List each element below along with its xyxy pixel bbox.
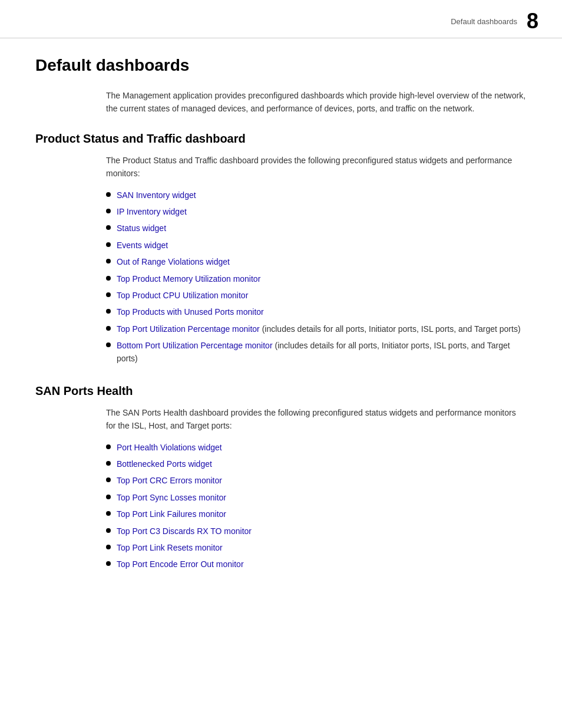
product-status-list: SAN Inventory widget IP Inventory widget… (106, 189, 527, 365)
san-ports-health-list: Port Health Violations widget Bottleneck… (106, 441, 527, 571)
events-widget-link[interactable]: Events widget (117, 241, 168, 250)
list-item: IP Inventory widget (106, 205, 527, 218)
section-title-product-status: Product Status and Traffic dashboard (35, 132, 527, 146)
port-health-violations-link[interactable]: Port Health Violations widget (117, 443, 222, 452)
bullet-dot (106, 444, 111, 449)
bullet-dot (106, 192, 111, 197)
list-item: Top Port Utilization Percentage monitor … (106, 322, 527, 335)
bullet-dot (106, 225, 111, 230)
bullet-dot (106, 461, 111, 466)
top-port-link-failures-link[interactable]: Top Port Link Failures monitor (117, 509, 226, 519)
list-item: Out of Range Violations widget (106, 255, 527, 268)
intro-text: The Management application provides prec… (106, 89, 527, 116)
page-title: Default dashboards (35, 56, 527, 75)
bullet-dot (106, 209, 111, 213)
bullet-dot (106, 242, 111, 247)
bullet-dot (106, 292, 111, 297)
top-port-c3-discards-link[interactable]: Top Port C3 Discards RX TO monitor (117, 526, 252, 536)
top-port-crc-errors-link[interactable]: Top Port CRC Errors monitor (117, 476, 222, 485)
list-item: Top Product CPU Utilization monitor (106, 289, 527, 302)
list-item: Status widget (106, 222, 527, 235)
section-product-status: Product Status and Traffic dashboard The… (106, 132, 527, 365)
list-item: SAN Inventory widget (106, 189, 527, 202)
list-item: Top Port C3 Discards RX TO monitor (106, 525, 527, 538)
bullet-dot (106, 276, 111, 281)
page-header: Default dashboards 8 (0, 0, 562, 38)
bullet-dot (106, 561, 111, 566)
section-description-product-status: The Product Status and Traffic dashboard… (106, 154, 527, 180)
top-port-link-resets-link[interactable]: Top Port Link Resets monitor (117, 543, 223, 552)
list-item: Events widget (106, 239, 527, 252)
top-product-cpu-link[interactable]: Top Product CPU Utilization monitor (117, 291, 248, 300)
list-item: Top Port Link Failures monitor (106, 508, 527, 521)
ip-inventory-widget-link[interactable]: IP Inventory widget (117, 207, 187, 216)
section-title-san-ports-health: SAN Ports Health (35, 384, 527, 398)
section-san-ports-health: SAN Ports Health The SAN Ports Health da… (106, 384, 527, 571)
list-item: Top Product Memory Utilization monitor (106, 272, 527, 285)
top-port-encode-error-link[interactable]: Top Port Encode Error Out monitor (117, 559, 244, 569)
top-port-sync-losses-link[interactable]: Top Port Sync Losses monitor (117, 493, 226, 502)
bullet-dot (106, 477, 111, 482)
san-inventory-widget-link[interactable]: SAN Inventory widget (117, 190, 196, 200)
list-item: Top Port Link Resets monitor (106, 541, 527, 554)
bullet-dot (106, 326, 111, 331)
list-item: Top Port Sync Losses monitor (106, 491, 527, 504)
list-item: Top Port CRC Errors monitor (106, 474, 527, 487)
top-product-memory-link[interactable]: Top Product Memory Utilization monitor (117, 274, 260, 284)
page-container: Default dashboards 8 Default dashboards … (0, 0, 562, 728)
status-widget-link[interactable]: Status widget (117, 223, 166, 233)
bullet-dot (106, 309, 111, 314)
chapter-label: Default dashboards (451, 17, 517, 26)
bottom-port-utilization-link[interactable]: Bottom Port Utilization Percentage monit… (117, 341, 273, 350)
chapter-number: 8 (527, 11, 538, 32)
bullet-dot (106, 495, 111, 499)
item-suffix: (includes details for all ports, Initiat… (260, 324, 521, 334)
page-content: Default dashboards The Management applic… (0, 38, 562, 614)
bullet-dot (106, 528, 111, 533)
list-item: Top Products with Unused Ports monitor (106, 305, 527, 318)
bullet-dot (106, 511, 111, 516)
list-item: Bottom Port Utilization Percentage monit… (106, 339, 527, 365)
list-item: Port Health Violations widget (106, 441, 527, 454)
section-description-san-ports-health: The SAN Ports Health dashboard provides … (106, 406, 527, 433)
top-products-unused-ports-link[interactable]: Top Products with Unused Ports monitor (117, 307, 264, 317)
bullet-dot (106, 259, 111, 263)
top-port-utilization-link[interactable]: Top Port Utilization Percentage monitor (117, 324, 260, 334)
list-item: Top Port Encode Error Out monitor (106, 558, 527, 571)
bottlenecked-ports-link[interactable]: Bottlenecked Ports widget (117, 459, 212, 469)
bullet-dot (106, 342, 111, 347)
bullet-dot (106, 545, 111, 549)
out-of-range-violations-link[interactable]: Out of Range Violations widget (117, 257, 230, 266)
list-item: Bottlenecked Ports widget (106, 457, 527, 470)
